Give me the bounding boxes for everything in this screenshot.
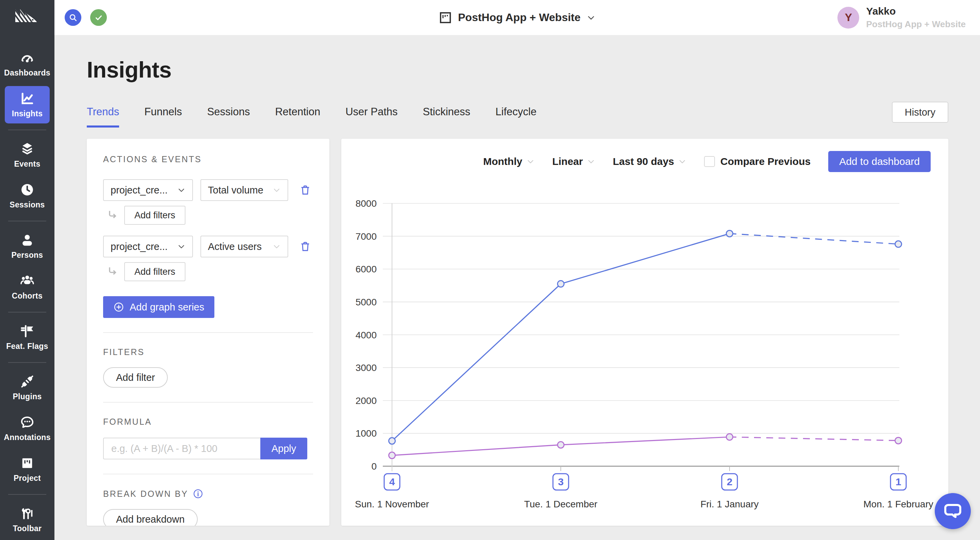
- project-selector[interactable]: PostHog App + Website: [439, 11, 595, 24]
- tabs-row: TrendsFunnelsSessionsRetentionUser Paths…: [87, 102, 948, 127]
- plus-circle-icon: [113, 302, 124, 313]
- sidebar-item-project[interactable]: Project: [5, 451, 50, 488]
- insight-tabs: TrendsFunnelsSessionsRetentionUser Paths…: [87, 106, 537, 127]
- compare-previous-checkbox[interactable]: Compare Previous: [704, 156, 811, 167]
- add-filter-button[interactable]: Add filter: [103, 367, 168, 388]
- tab-retention[interactable]: Retention: [275, 106, 320, 127]
- tab-stickiness[interactable]: Stickiness: [423, 106, 471, 127]
- history-button[interactable]: History: [892, 102, 948, 123]
- search-icon: [68, 13, 78, 23]
- annotation-badge[interactable]: 2: [722, 474, 737, 490]
- data-point[interactable]: [895, 241, 902, 247]
- event-select-value: project_cre...: [111, 185, 168, 196]
- sidebar-divider: [8, 494, 46, 495]
- tab-user-paths[interactable]: User Paths: [345, 106, 398, 127]
- sidebar-item-annotations[interactable]: Annotations: [5, 410, 50, 447]
- sidebar-item-feat-flags[interactable]: Feat. Flags: [5, 319, 50, 356]
- y-tick-label: 4000: [356, 330, 377, 340]
- posthog-logo[interactable]: [0, 0, 54, 32]
- data-point[interactable]: [558, 442, 564, 448]
- delete-series-button[interactable]: [299, 240, 311, 253]
- add-graph-series-button[interactable]: Add graph series: [103, 296, 215, 318]
- data-point[interactable]: [727, 230, 733, 237]
- math-select-value: Active users: [208, 241, 262, 253]
- info-icon[interactable]: [193, 489, 203, 499]
- date-range-dropdown[interactable]: Last 90 days: [613, 156, 686, 167]
- series-line-dashed: [730, 233, 898, 244]
- chevron-down-icon: [527, 157, 535, 165]
- person-icon: [20, 233, 35, 248]
- sidebar-item-label: Plugins: [13, 392, 41, 401]
- y-tick-label: 1000: [356, 428, 377, 439]
- sidebar-item-persons[interactable]: Persons: [5, 227, 50, 265]
- x-axis-label: Sun. 1 November: [355, 499, 429, 510]
- annotation-badge[interactable]: 1: [891, 474, 906, 490]
- formula-row: Apply: [103, 438, 313, 459]
- sidebar-item-sessions[interactable]: Sessions: [5, 177, 50, 214]
- y-tick-label: 8000: [356, 198, 377, 209]
- search-button[interactable]: [65, 9, 81, 26]
- sidebar-divider: [8, 312, 46, 313]
- line-chart-icon: [20, 91, 35, 106]
- data-point[interactable]: [389, 452, 395, 459]
- sidebar-item-toolbar[interactable]: Toolbar: [5, 501, 50, 538]
- sidebar-item-label: Project: [14, 474, 41, 483]
- trends-chart-card: Monthly Linear Last 90 days: [341, 139, 948, 526]
- tab-lifecycle[interactable]: Lifecycle: [495, 106, 537, 127]
- data-point[interactable]: [558, 281, 564, 287]
- chevron-down-icon: [272, 186, 281, 194]
- tools-icon: [20, 506, 35, 521]
- chat-fab-button[interactable]: [935, 493, 971, 529]
- event-select[interactable]: project_cre...: [103, 179, 193, 201]
- user-org: PostHog App + Website: [866, 19, 966, 30]
- math-select[interactable]: Total volume: [200, 179, 288, 201]
- add-filters-button[interactable]: Add filters: [124, 206, 185, 225]
- data-point[interactable]: [727, 434, 733, 440]
- display-type-dropdown[interactable]: Linear: [552, 156, 595, 167]
- sidebar-item-insights[interactable]: Insights: [5, 86, 50, 124]
- add-to-dashboard-button[interactable]: Add to dashboard: [828, 151, 931, 172]
- sidebar-item-label: Persons: [11, 251, 43, 260]
- data-point[interactable]: [389, 438, 395, 444]
- series-line-dashed: [730, 437, 898, 441]
- event-select[interactable]: project_cre...: [103, 236, 193, 257]
- y-tick-label: 2000: [356, 395, 377, 406]
- add-filters-button[interactable]: Add filters: [124, 262, 185, 281]
- sidebar-item-events[interactable]: Events: [5, 137, 50, 174]
- add-breakdown-button[interactable]: Add breakdown: [103, 509, 198, 526]
- chevron-down-icon: [587, 157, 595, 165]
- status-check-button[interactable]: [90, 9, 107, 26]
- elbow-arrow-icon: [107, 210, 119, 221]
- annotation-badge[interactable]: 4: [384, 474, 400, 490]
- y-tick-label: 3000: [356, 362, 377, 373]
- layers-icon: [20, 141, 35, 156]
- svg-text:3: 3: [558, 476, 564, 487]
- cards-row: ACTIONS & EVENTS project_cre...Total vol…: [87, 139, 948, 526]
- formula-input[interactable]: [103, 438, 260, 459]
- tab-sessions[interactable]: Sessions: [207, 106, 250, 127]
- interval-label: Monthly: [483, 156, 522, 167]
- x-axis-label: Fri. 1 January: [700, 499, 759, 510]
- tab-trends[interactable]: Trends: [87, 106, 119, 127]
- user-menu[interactable]: Y Yakko PostHog App + Website: [837, 5, 966, 30]
- sidebar-item-plugins[interactable]: Plugins: [5, 369, 50, 407]
- add-graph-series-label: Add graph series: [130, 302, 204, 313]
- sidebar-item-dashboards[interactable]: Dashboards: [5, 45, 50, 83]
- sidebar-item-cohorts[interactable]: Cohorts: [5, 268, 50, 306]
- formula-heading: FORMULA: [103, 417, 313, 427]
- y-tick-label: 6000: [356, 264, 377, 275]
- math-select[interactable]: Active users: [200, 236, 288, 257]
- x-axis-label: Tue. 1 December: [524, 499, 597, 510]
- tab-funnels[interactable]: Funnels: [144, 106, 182, 127]
- x-axis-label: Mon. 1 February: [863, 499, 933, 510]
- divider: [103, 474, 313, 474]
- interval-dropdown[interactable]: Monthly: [483, 156, 535, 167]
- annotation-badge[interactable]: 3: [553, 474, 569, 490]
- chevron-down-icon: [177, 243, 185, 251]
- apply-formula-button[interactable]: Apply: [260, 438, 307, 459]
- data-point[interactable]: [895, 437, 902, 444]
- series-row-1: project_cre...Total volume: [103, 179, 313, 201]
- page-content: Insights TrendsFunnelsSessionsRetentionU…: [54, 35, 980, 540]
- delete-series-button[interactable]: [299, 184, 311, 196]
- sidebar-divider: [8, 130, 46, 130]
